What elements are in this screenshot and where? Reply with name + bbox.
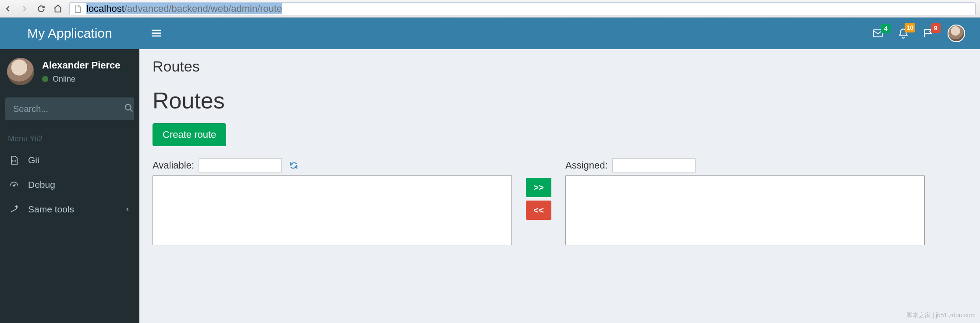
user-name: Alexander Pierce <box>42 60 121 71</box>
dashboard-icon <box>9 180 19 190</box>
search-input[interactable] <box>13 104 124 114</box>
content-area: Routes Routes Create route Avaliable: <box>139 49 980 323</box>
assigned-label: Assigned: <box>565 160 608 171</box>
app-header: My Application 4 10 9 <box>0 18 980 49</box>
sidebar-item-label: Same tools <box>28 204 74 215</box>
sidebar-item-same-tools[interactable]: Same tools <box>0 197 139 222</box>
share-icon <box>9 205 19 214</box>
notifications-icon[interactable]: 10 <box>898 27 909 39</box>
available-filter-input[interactable] <box>199 158 282 172</box>
user-status: Online <box>42 75 121 84</box>
remove-button[interactable]: << <box>526 201 551 220</box>
user-panel: Alexander Pierce Online <box>0 49 139 91</box>
watermark: 脚本之家 | jb51.zdun.com <box>906 312 976 319</box>
search-icon[interactable] <box>124 103 134 115</box>
svg-point-5 <box>14 185 15 186</box>
sidebar-item-gii[interactable]: Gii <box>0 148 139 172</box>
sidebar-item-label: Debug <box>28 179 55 190</box>
content-header: Routes <box>139 49 980 78</box>
forward-button[interactable] <box>19 4 30 14</box>
sidebar-toggle[interactable] <box>151 29 162 38</box>
refresh-icon[interactable] <box>289 161 298 170</box>
reload-button[interactable] <box>36 4 46 14</box>
breadcrumb-title: Routes <box>153 58 967 75</box>
app-logo[interactable]: My Application <box>0 18 139 49</box>
create-route-button[interactable]: Create route <box>153 123 226 146</box>
browser-toolbar: localhost/advanced/backend/web/admin/rou… <box>0 0 980 18</box>
code-file-icon <box>9 155 19 165</box>
menu-header: Menu Yii2 <box>0 128 139 148</box>
sidebar-avatar[interactable] <box>7 58 34 85</box>
tasks-icon[interactable]: 9 <box>922 28 934 39</box>
messages-badge: 4 <box>881 24 891 33</box>
page-icon <box>73 4 82 14</box>
assigned-filter-input[interactable] <box>612 158 696 172</box>
status-dot-icon <box>42 76 48 82</box>
assigned-list[interactable] <box>565 175 925 245</box>
user-status-text: Online <box>53 75 75 84</box>
tasks-badge: 9 <box>931 23 941 33</box>
svg-rect-1 <box>152 32 161 34</box>
url-text: localhost/advanced/backend/web/admin/rou… <box>86 3 282 14</box>
sidebar: Alexander Pierce Online Menu Yii2 Gii <box>0 49 139 323</box>
home-button[interactable] <box>53 4 63 14</box>
messages-icon[interactable]: 4 <box>871 28 884 39</box>
available-list[interactable] <box>153 175 512 245</box>
page-title: Routes <box>153 87 967 114</box>
assign-button[interactable]: >> <box>526 178 551 197</box>
svg-rect-2 <box>152 36 161 37</box>
sidebar-item-label: Gii <box>28 155 39 165</box>
svg-rect-0 <box>152 30 161 31</box>
sidebar-item-debug[interactable]: Debug <box>0 172 139 197</box>
chevron-left-icon <box>124 204 131 215</box>
notifications-badge: 10 <box>905 23 915 32</box>
back-button[interactable] <box>3 4 13 14</box>
user-avatar[interactable] <box>948 25 965 42</box>
address-bar[interactable]: localhost/advanced/backend/web/admin/rou… <box>69 2 976 15</box>
sidebar-search[interactable] <box>5 97 134 120</box>
svg-point-4 <box>125 104 131 110</box>
available-label: Avaliable: <box>153 160 194 171</box>
